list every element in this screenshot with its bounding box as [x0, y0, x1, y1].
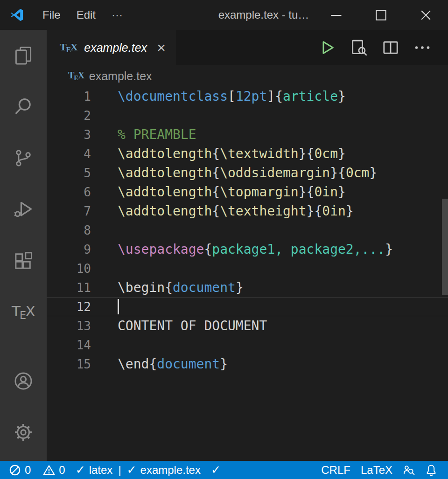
code-line[interactable]: 4\addtolength{\textwidth}{0cm} — [47, 144, 448, 163]
titlebar: File Edit ··· example.tex - tu… — [0, 0, 448, 30]
line-content[interactable]: \addtolength{\oddsidemargin}{0cm} — [118, 163, 377, 182]
line-content[interactable] — [118, 298, 119, 316]
warning-count: 0 — [59, 464, 65, 477]
line-number: 6 — [47, 185, 91, 199]
explorer-icon[interactable] — [0, 30, 47, 81]
status-bar: 0 0 ✓ latex | ✓ example.tex ✓ CRLF LaTeX — [0, 461, 448, 479]
code-line[interactable]: 5\addtolength{\oddsidemargin}{0cm} — [47, 163, 448, 182]
line-number: 1 — [47, 90, 91, 104]
line-number: 3 — [47, 128, 91, 142]
status-bar-right: CRLF LaTeX — [316, 461, 442, 479]
code-line[interactable]: 3% PREAMBLE — [47, 125, 448, 144]
text-cursor — [118, 299, 119, 314]
person-magnifier-icon[interactable] — [398, 461, 420, 479]
tex-file-icon: TEX — [60, 41, 77, 54]
source-control-icon[interactable] — [0, 132, 47, 184]
line-number: 8 — [47, 223, 91, 237]
menu-file[interactable]: File — [35, 8, 69, 21]
code-line[interactable]: 9\usepackage{package1, package2,...} — [47, 240, 448, 259]
vertical-scrollbar[interactable] — [442, 199, 448, 295]
line-number: 5 — [47, 166, 91, 180]
more-actions-button[interactable] — [411, 36, 434, 59]
eol-indicator[interactable]: CRLF — [316, 461, 356, 479]
code-line[interactable]: 1\documentclass[12pt]{article} — [47, 87, 448, 106]
latex-workshop-status[interactable]: ✓ latex | ✓ example.tex — [70, 461, 206, 479]
close-button[interactable] — [403, 0, 448, 30]
play-icon — [318, 38, 336, 57]
main-area: TEX — [0, 30, 448, 461]
code-line[interactable]: 10 — [47, 259, 448, 278]
problems-indicator[interactable]: 0 0 — [4, 461, 70, 479]
activity-bar-bottom — [0, 355, 47, 458]
code-line[interactable]: 13CONTENT OF DOCUMENT — [47, 316, 448, 335]
code-line[interactable]: 2 — [47, 106, 448, 125]
line-content[interactable]: \end{document} — [118, 354, 228, 374]
breadcrumb[interactable]: TEX example.tex — [47, 65, 448, 87]
extensions-icon[interactable] — [0, 235, 47, 286]
code-line[interactable]: 14 — [47, 335, 448, 354]
line-number: 11 — [47, 281, 91, 295]
line-number: 10 — [47, 262, 91, 276]
build-latex-button[interactable] — [315, 36, 339, 59]
vscode-window: File Edit ··· example.tex - tu… — [0, 0, 448, 479]
line-content[interactable]: CONTENT OF DOCUMENT — [118, 316, 267, 335]
minimize-button[interactable] — [314, 0, 358, 30]
line-number: 2 — [47, 109, 91, 123]
maximize-button[interactable] — [358, 0, 403, 30]
run-debug-icon[interactable] — [0, 184, 47, 235]
error-icon — [9, 464, 21, 476]
line-content[interactable]: \addtolength{\textheight}{0in} — [118, 201, 354, 221]
latex-workshop-icon[interactable]: TEX — [0, 286, 47, 338]
line-number: 9 — [47, 243, 91, 257]
settings-gear-icon[interactable] — [0, 407, 47, 458]
file-status-label: example.tex — [140, 464, 201, 477]
line-content[interactable]: \usepackage{package1, package2,...} — [118, 240, 393, 259]
notifications-bell-icon[interactable] — [420, 461, 442, 479]
tab-label: example.tex — [84, 41, 148, 55]
code-line[interactable]: 7\addtolength{\textheight}{0in} — [47, 201, 448, 221]
split-editor-icon — [381, 38, 400, 57]
line-content[interactable]: \documentclass[12pt]{article} — [118, 87, 346, 106]
close-icon — [420, 9, 432, 21]
code-line[interactable]: 11\begin{document} — [47, 278, 448, 297]
menubar: File Edit ··· — [35, 8, 131, 21]
breadcrumb-item-file[interactable]: example.tex — [89, 69, 152, 83]
line-content[interactable]: \addtolength{\textwidth}{0cm} — [118, 144, 346, 163]
status-divider: | — [116, 464, 123, 477]
check-icon: ✓ — [76, 463, 85, 477]
tex-file-icon: TEX — [68, 70, 84, 82]
window-controls — [314, 0, 448, 30]
line-number: 4 — [47, 147, 91, 161]
menu-edit[interactable]: Edit — [69, 8, 104, 21]
tab-example-tex[interactable]: TEX example.tex × — [47, 30, 175, 65]
editor-group: TEX example.tex × — [47, 30, 448, 461]
editor[interactable]: 1\documentclass[12pt]{article}23% PREAMB… — [47, 87, 448, 461]
latex-status-label: latex — [89, 464, 113, 477]
search-icon[interactable] — [0, 81, 47, 132]
line-content[interactable]: \addtolength{\topmargin}{0in} — [118, 182, 346, 201]
editor-actions — [315, 30, 448, 65]
document-magnifier-icon — [350, 38, 368, 57]
line-content[interactable]: % PREAMBLE — [118, 125, 196, 144]
build-status-check[interactable]: ✓ — [206, 461, 226, 479]
line-content[interactable]: \begin{document} — [118, 278, 244, 297]
line-number: 14 — [47, 338, 91, 352]
error-count: 0 — [25, 464, 31, 477]
code-line[interactable]: 12 — [47, 297, 448, 316]
ellipsis-icon — [413, 38, 432, 57]
line-number: 15 — [47, 357, 91, 371]
menu-more[interactable]: ··· — [104, 8, 131, 21]
maximize-icon — [375, 9, 387, 21]
code-line[interactable]: 15\end{document} — [47, 354, 448, 374]
status-bar-left: 0 0 ✓ latex | ✓ example.tex ✓ — [4, 461, 226, 479]
language-indicator[interactable]: LaTeX — [356, 461, 398, 479]
line-number: 12 — [47, 300, 91, 314]
view-pdf-button[interactable] — [347, 36, 371, 59]
code-line[interactable]: 8 — [47, 221, 448, 240]
split-editor-button[interactable] — [379, 36, 402, 59]
code-line[interactable]: 6\addtolength{\topmargin}{0in} — [47, 182, 448, 201]
minimize-icon — [330, 9, 343, 21]
tab-bar: TEX example.tex × — [47, 30, 448, 65]
close-tab-icon[interactable]: × — [155, 40, 168, 55]
account-icon[interactable] — [0, 355, 47, 407]
